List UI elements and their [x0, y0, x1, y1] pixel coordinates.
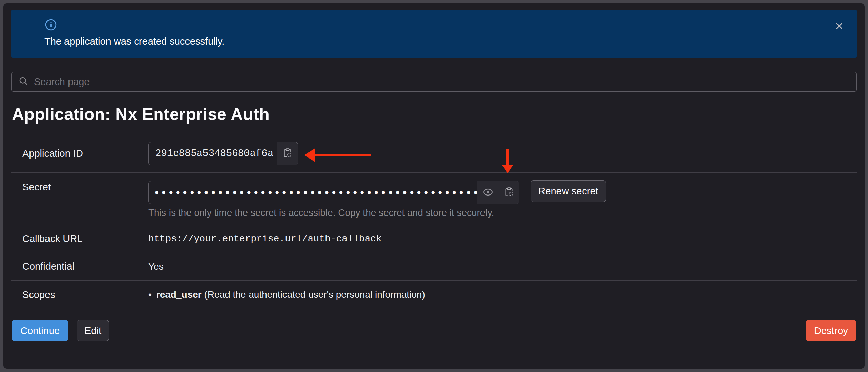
banner-close-button[interactable] — [832, 19, 847, 34]
destroy-button[interactable]: Destroy — [806, 320, 856, 341]
edit-button[interactable]: Edit — [77, 320, 109, 341]
magnifier-icon — [12, 76, 28, 88]
red-arrow-down-icon — [502, 149, 513, 174]
search-input[interactable] — [34, 76, 856, 88]
renew-secret-button[interactable]: Renew secret — [531, 180, 606, 202]
scopes-label: Scopes — [11, 281, 148, 320]
application-id-value: 291e885a53485680af6a — [149, 142, 277, 165]
callback-url-value: https://your.enterprise.url/auth-callbac… — [148, 234, 382, 244]
scope-list-item: •read_user (Read the authenticated user'… — [148, 289, 425, 300]
application-attributes-table: Application ID 291e885a53485680af6a — [11, 134, 857, 320]
application-id-copy-button[interactable] — [277, 142, 298, 165]
secret-helper-text: This is the only time the secret is acce… — [148, 207, 494, 218]
window-frame: The application was created successfully… — [0, 0, 868, 372]
table-row-scopes: Scopes •read_user (Read the authenticate… — [11, 280, 857, 320]
info-circle-icon — [44, 18, 57, 31]
confidential-label: Confidential — [11, 253, 148, 280]
banner-message: The application was created successfully… — [44, 35, 224, 48]
table-row-secret: Secret •••••••••••••••••••••••••••••••••… — [11, 172, 857, 225]
secret-field-group: ••••••••••••••••••••••••••••••••••••••••… — [148, 181, 519, 204]
eye-icon — [482, 186, 494, 199]
page-title: Application: Nx Enterprise Auth — [12, 105, 270, 124]
application-id-field-group: 291e885a53485680af6a — [148, 142, 298, 165]
clipboard-copy-icon — [504, 187, 514, 199]
red-arrow-left-icon — [304, 148, 375, 162]
secret-masked-value: ••••••••••••••••••••••••••••••••••••••••… — [149, 181, 477, 204]
application-detail-page: The application was created successfully… — [3, 3, 865, 369]
scope-description: (Read the authenticated user's personal … — [204, 289, 425, 300]
page-search-bar — [11, 72, 857, 92]
application-id-label: Application ID — [11, 134, 148, 172]
table-row-confidential: Confidential Yes — [11, 253, 857, 280]
close-x-icon — [834, 21, 845, 33]
secret-label: Secret — [11, 173, 148, 225]
confidential-value: Yes — [148, 261, 164, 272]
scope-bullet: • — [148, 289, 152, 300]
callback-url-label: Callback URL — [11, 225, 148, 253]
secret-copy-button[interactable] — [498, 181, 519, 204]
action-bar: Continue Edit Destroy — [3, 320, 865, 341]
table-row-application-id: Application ID 291e885a53485680af6a — [11, 134, 857, 172]
table-row-callback-url: Callback URL https://your.enterprise.url… — [11, 225, 857, 253]
clipboard-copy-icon — [282, 148, 293, 160]
secret-reveal-button[interactable] — [477, 181, 498, 204]
success-banner: The application was created successfully… — [11, 10, 857, 58]
continue-button[interactable]: Continue — [12, 320, 68, 341]
scope-name: read_user — [156, 289, 202, 300]
